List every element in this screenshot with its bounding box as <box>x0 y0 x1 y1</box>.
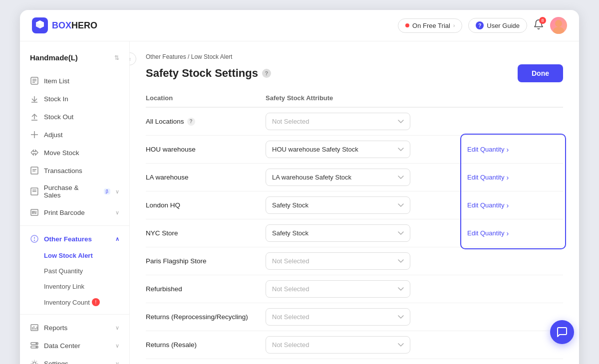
edit-qty-arrow: › <box>506 146 509 154</box>
notification-button[interactable]: 8 <box>533 19 544 32</box>
stock-in-icon <box>30 94 39 103</box>
sidebar-item-label-item-list: Item List <box>44 77 69 85</box>
sidebar-item-transactions[interactable]: Transactions <box>20 162 129 180</box>
guide-label: User Guide <box>487 22 520 29</box>
purchase-icon <box>30 187 39 196</box>
chat-fab-button[interactable] <box>550 320 574 344</box>
attribute-cell: Not Selected <box>266 280 463 298</box>
guide-button[interactable]: ? User Guide <box>468 18 527 33</box>
edit-qty-cell: Edit Quantity› <box>463 199 563 211</box>
attribute-select[interactable]: Not Selected <box>266 336 410 354</box>
other-features-caret: ∧ <box>115 236 119 242</box>
edit-quantity-button[interactable]: Edit Quantity› <box>463 172 563 183</box>
trial-chevron: › <box>453 23 455 28</box>
inventory-count-label: Inventory Count <box>44 299 90 306</box>
location-name: NYC Store <box>146 229 266 237</box>
edit-quantity-button[interactable]: Edit Quantity› <box>463 199 563 211</box>
settings-caret: ∨ <box>115 361 119 364</box>
sidebar-collapse-button[interactable]: ‹ <box>130 52 136 65</box>
data-center-icon <box>30 341 39 350</box>
stock-out-icon <box>30 112 39 121</box>
done-button[interactable]: Done <box>518 64 563 82</box>
page-help-icon[interactable]: ? <box>262 69 271 78</box>
sidebar-item-reports[interactable]: Reports ∨ <box>20 319 129 337</box>
edit-quantity-button[interactable]: Edit Quantity› <box>463 227 563 239</box>
location-name: HOU warehouse <box>146 146 266 153</box>
svg-point-36 <box>33 362 36 364</box>
sidebar-item-move-stock[interactable]: Move Stock <box>20 144 129 162</box>
top-bar: BOXHERO On Free Trial › ? User Guide 8 <box>20 10 579 41</box>
sidebar-subitem-past-quantity[interactable]: Past Quantity <box>20 263 129 279</box>
top-bar-actions: On Free Trial › ? User Guide 8 <box>398 17 567 34</box>
location-name: All Locations? <box>146 118 266 126</box>
sidebar-item-item-list[interactable]: Item List <box>20 72 129 90</box>
table-row: NYC StoreNot SelectedSafety StockEdit Qu… <box>146 219 563 247</box>
sidebar-subitem-inventory-count[interactable]: Inventory Count ! <box>20 294 129 310</box>
barcode-icon <box>30 208 39 217</box>
adjust-icon <box>30 130 39 139</box>
edit-quantity-button[interactable]: Edit Quantity› <box>463 144 563 156</box>
attribute-select[interactable]: Not SelectedSafety Stock <box>266 196 410 214</box>
sidebar-item-data-center[interactable]: Data Center ∨ <box>20 337 129 355</box>
attribute-select[interactable]: Not SelectedLA warehouse Safety Stock <box>266 169 410 186</box>
breadcrumb: Other Features / Low Stock Alert <box>146 53 563 60</box>
sidebar-subitem-low-stock-alert[interactable]: Low Stock Alert <box>20 248 129 263</box>
location-name: Returns (Resale) <box>146 341 266 349</box>
sidebar-item-other-features[interactable]: Other Features ∧ <box>20 230 129 248</box>
avatar-image <box>550 17 567 34</box>
attribute-select[interactable]: Not Selected <box>266 252 410 270</box>
edit-qty-label: Edit Quantity <box>467 201 504 209</box>
sidebar-item-purchase-sales[interactable]: Purchase & Sales β ∨ <box>20 180 129 203</box>
table-row: Returns (Reprocessing/Recycling)Not Sele… <box>146 303 563 331</box>
list-icon <box>30 76 39 85</box>
sidebar-item-print-barcode[interactable]: Print Barcode ∨ <box>20 203 129 221</box>
sidebar-item-label-stock-out: Stock Out <box>44 113 73 121</box>
trial-dot <box>405 23 409 27</box>
breadcrumb-separator: / <box>188 53 191 60</box>
sidebar-item-settings[interactable]: Settings ∨ <box>20 355 129 364</box>
low-stock-label: Low Stock Alert <box>44 252 93 259</box>
sidebar-item-adjust[interactable]: Adjust <box>20 126 129 144</box>
location-name: Paris Flagship Store <box>146 257 266 265</box>
barcode-caret: ∨ <box>115 209 119 216</box>
settings-table: Location Safety Stock Attribute All Loca… <box>146 94 563 359</box>
svg-point-34 <box>36 343 37 344</box>
edit-qty-cell: Edit Quantity› <box>463 227 563 239</box>
attribute-select[interactable]: Not SelectedSafety Stock <box>266 224 410 242</box>
edit-qty-cell: Edit Quantity› <box>463 172 563 183</box>
other-features-icon <box>30 234 39 243</box>
nav-section-main: Item List Stock In Stock Out Adjust Move… <box>20 72 129 221</box>
table-row: RefurbishedNot Selected <box>146 275 563 303</box>
attribute-select[interactable]: Not Selected <box>266 308 410 326</box>
table-row: Paris Flagship StoreNot Selected <box>146 247 563 275</box>
breadcrumb-current: Low Stock Alert <box>191 53 233 60</box>
trial-button[interactable]: On Free Trial › <box>398 18 462 33</box>
edit-qty-arrow: › <box>506 201 509 209</box>
logo-text: BOXHERO <box>52 20 97 31</box>
sidebar-item-label-move-stock: Move Stock <box>44 149 79 157</box>
table-header: Location Safety Stock Attribute <box>146 94 563 108</box>
sidebar-item-label-purchase: Purchase & Sales <box>44 184 97 199</box>
sidebar-item-stock-in[interactable]: Stock In <box>20 90 129 108</box>
svg-line-22 <box>34 211 35 214</box>
table-row: London HQNot SelectedSafety StockEdit Qu… <box>146 191 563 219</box>
attribute-cell: Not Selected <box>266 308 463 326</box>
location-name: LA warehouse <box>146 174 266 181</box>
svg-point-2 <box>553 27 564 34</box>
sidebar-item-label-transactions: Transactions <box>44 167 82 175</box>
sidebar-subitem-inventory-link[interactable]: Inventory Link <box>20 279 129 294</box>
other-features-submenu: Low Stock Alert Past Quantity Inventory … <box>20 248 129 310</box>
page-title: Safety Stock Settings <box>146 67 258 80</box>
data-center-caret: ∨ <box>115 343 119 349</box>
avatar[interactable] <box>550 17 567 34</box>
sidebar-item-stock-out[interactable]: Stock Out <box>20 108 129 126</box>
workspace-selector[interactable]: Handmade(L) ⇅ <box>20 49 129 70</box>
reports-icon <box>30 323 39 332</box>
attribute-select[interactable]: Not SelectedHOU warehouse Safety Stock <box>266 141 410 158</box>
purchase-caret: ∨ <box>115 188 119 195</box>
attribute-select[interactable]: Not Selected <box>266 280 410 298</box>
sidebar-item-label-stock-in: Stock In <box>44 95 68 103</box>
attribute-select[interactable]: Not Selected <box>266 113 410 130</box>
location-name: London HQ <box>146 201 266 209</box>
move-icon <box>30 148 39 157</box>
